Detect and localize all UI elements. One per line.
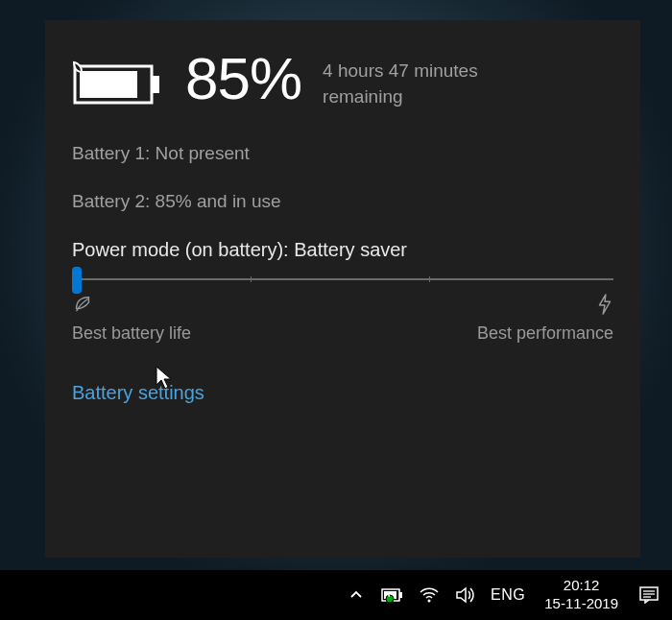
svg-point-8: [428, 600, 431, 603]
tray-clock[interactable]: 20:12 15-11-2019: [539, 577, 624, 613]
svg-rect-5: [399, 592, 402, 598]
slider-label-left: Best battery life: [72, 323, 191, 344]
leaf-icon: [72, 294, 191, 320]
tray-time: 20:12: [544, 577, 618, 595]
slider-label-right: Best performance: [477, 323, 613, 344]
slider-end-right: Best performance: [477, 294, 613, 344]
time-remaining: 4 hours 47 minutes remaining: [323, 49, 515, 109]
power-mode-label: Power mode (on battery): Battery saver: [72, 239, 613, 261]
battery-2-status: Battery 2: 85% and in use: [72, 191, 613, 212]
battery-flyout: 85% 4 hours 47 minutes remaining Battery…: [45, 20, 640, 558]
tray-volume-icon[interactable]: [454, 584, 477, 607]
battery-settings-link[interactable]: Battery settings: [72, 382, 204, 404]
slider-thumb[interactable]: [72, 267, 82, 294]
battery-icon: [72, 49, 164, 112]
svg-rect-1: [152, 76, 159, 93]
power-mode-slider[interactable]: [72, 278, 613, 280]
lightning-icon: [596, 294, 613, 320]
slider-end-left: Best battery life: [72, 294, 191, 344]
slider-labels: Best battery life Best performance: [72, 294, 613, 344]
svg-rect-2: [80, 71, 137, 98]
tray-date: 15-11-2019: [544, 595, 618, 613]
tray-action-center-icon[interactable]: [637, 584, 660, 607]
battery-percent: 85%: [185, 49, 301, 108]
battery-header: 85% 4 hours 47 minutes remaining: [72, 49, 613, 112]
tray-battery-icon[interactable]: [381, 584, 404, 607]
battery-1-status: Battery 1: Not present: [72, 143, 613, 164]
taskbar: ENG 20:12 15-11-2019: [0, 570, 672, 620]
slider-track: [72, 278, 613, 280]
tray-wifi-icon[interactable]: [418, 584, 441, 607]
tray-overflow-chevron[interactable]: [345, 584, 368, 607]
tray-language[interactable]: ENG: [491, 586, 525, 604]
